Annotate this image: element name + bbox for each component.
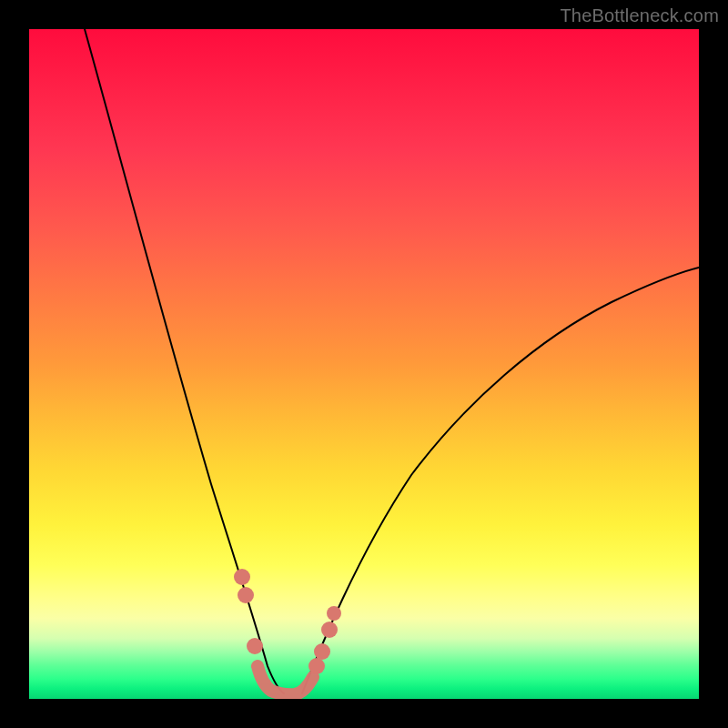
curve-left <box>85 29 284 693</box>
marker-dot <box>327 606 341 621</box>
marker-dot <box>308 658 325 674</box>
watermark-text: TheBottleneck.com <box>560 5 719 26</box>
marker-dot <box>314 643 330 660</box>
chart-frame: TheBottleneck.com <box>0 0 728 728</box>
marker-dot <box>247 638 263 654</box>
marker-dot <box>238 587 254 603</box>
chart-svg <box>29 29 699 699</box>
marker-dot <box>321 622 338 638</box>
curve-right <box>302 268 699 693</box>
plot-area <box>29 29 699 699</box>
marker-valley-path <box>258 666 313 694</box>
marker-dot <box>234 569 250 585</box>
